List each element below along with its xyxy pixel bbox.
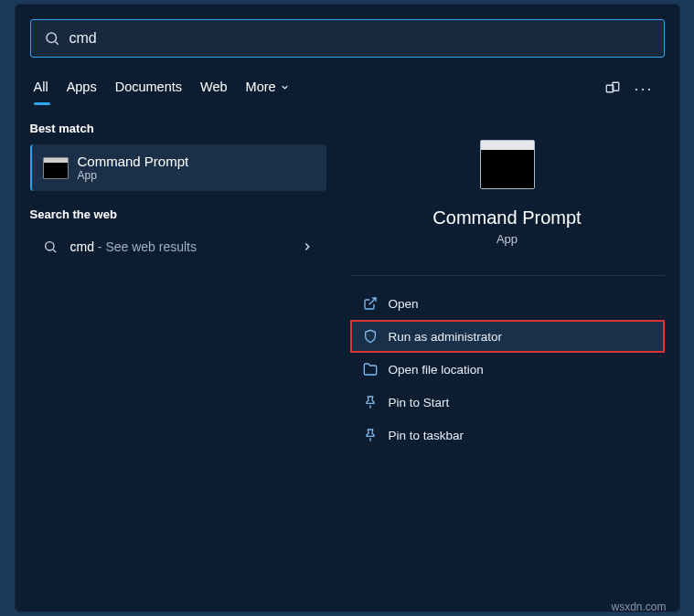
action-pin-start-label: Pin to Start [389,396,450,409]
start-search-panel: All Apps Documents Web More ··· Best mat… [15,4,680,612]
result-command-prompt[interactable]: Command Prompt App [30,144,326,191]
watermark: wsxdn.com [611,600,666,613]
result-subtitle: App [78,169,189,182]
folder-icon [363,362,378,377]
action-pin-to-start[interactable]: Pin to Start [350,386,665,419]
chevron-down-icon [280,82,290,92]
search-icon [43,239,58,254]
web-query: cmd [70,239,94,254]
tab-more[interactable]: More [246,74,290,103]
search-web-heading: Search the web [30,207,326,221]
tab-all[interactable]: All [34,74,48,103]
preview-app-icon [480,140,535,189]
search-box[interactable] [30,19,665,58]
action-pin-to-taskbar[interactable]: Pin to taskbar [350,419,665,451]
svg-line-6 [368,298,375,304]
tab-documents[interactable]: Documents [115,74,182,103]
action-pin-taskbar-label: Pin to taskbar [389,429,464,442]
pin-icon [363,395,378,409]
action-open-label: Open [389,297,419,311]
svg-point-4 [45,242,53,250]
tab-web[interactable]: Web [200,74,228,103]
result-title: Command Prompt [78,154,189,169]
pin-icon [363,428,378,442]
divider [350,275,665,276]
svg-point-0 [47,33,57,43]
action-run-as-administrator[interactable]: Run as administrator [350,320,665,353]
best-match-heading: Best match [30,122,326,135]
tabs-row: All Apps Documents Web More ··· [30,74,665,103]
devices-icon[interactable] [604,80,621,97]
web-suffix: - See web results [94,239,197,254]
chevron-right-icon [301,240,314,253]
search-input[interactable] [60,30,651,47]
action-run-admin-label: Run as administrator [389,330,503,344]
tab-apps[interactable]: Apps [67,74,97,103]
more-options-icon[interactable]: ··· [634,80,653,99]
action-open[interactable]: Open [350,287,665,320]
action-open-loc-label: Open file location [389,363,484,377]
command-prompt-icon [43,157,69,179]
search-icon [44,30,60,47]
preview-column: Command Prompt App Open Run as administr… [343,116,665,451]
svg-line-5 [53,250,56,252]
preview-title: Command Prompt [350,207,665,228]
results-column: Best match Command Prompt App Search the… [30,116,326,451]
open-icon [363,296,378,311]
shield-icon [363,329,378,344]
svg-line-1 [55,41,58,44]
action-open-file-location[interactable]: Open file location [350,353,665,386]
web-result-cmd[interactable]: cmd - See web results [30,230,326,263]
preview-subtitle: App [350,232,665,246]
